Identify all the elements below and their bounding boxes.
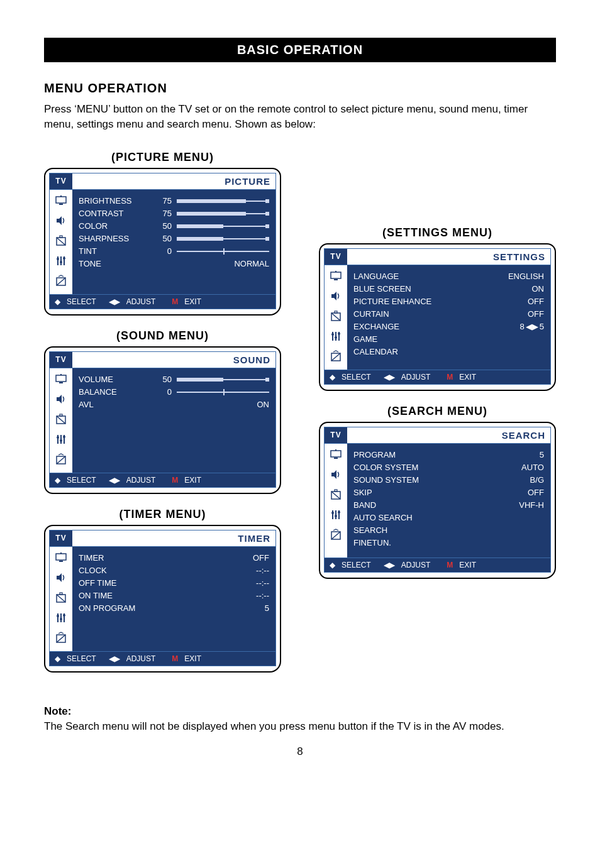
caption-sound: (SOUND MENU) <box>44 329 281 343</box>
picture-icon[interactable] <box>329 269 343 283</box>
row-timer[interactable]: TIMEROFF <box>79 552 269 564</box>
footer-select: SELECT <box>67 476 96 485</box>
row-brightness[interactable]: BRIGHTNESS 75 <box>79 195 269 207</box>
value: 50 <box>154 234 172 243</box>
row-sharpness[interactable]: SHARPNESS 50 <box>79 233 269 245</box>
footer-exit: EXIT <box>184 654 201 663</box>
footer-select: SELECT <box>67 297 96 306</box>
row-avl[interactable]: AVL ON <box>79 398 269 411</box>
slider[interactable] <box>177 211 269 217</box>
label: SKIP <box>353 488 429 497</box>
svg-rect-28 <box>59 561 63 562</box>
osd-tv-badge: TV <box>325 249 347 265</box>
svg-rect-2 <box>59 204 63 205</box>
osd-tv-badge: TV <box>325 427 347 443</box>
value: AUTO <box>429 463 544 472</box>
note-title: Note: <box>44 705 556 718</box>
row-picture-enhance[interactable]: PICTURE ENHANCEOFF <box>353 295 544 308</box>
row-exchange[interactable]: EXCHANGE 8 ◀▶ 5 <box>353 321 544 333</box>
svg-point-22 <box>57 436 59 439</box>
sound-icon[interactable] <box>54 571 68 585</box>
settings-icon[interactable] <box>54 432 68 446</box>
slider[interactable] <box>177 236 269 242</box>
slider[interactable] <box>177 248 269 255</box>
row-clock[interactable]: CLOCK--:-- <box>79 564 269 577</box>
timer-icon[interactable] <box>329 488 343 502</box>
footer-adjust: ADJUST <box>126 476 156 485</box>
label: PROGRAM <box>353 450 429 459</box>
row-color[interactable]: COLOR 50 <box>79 220 269 233</box>
timer-icon[interactable] <box>329 309 343 323</box>
caption-timer: (TIMER MENU) <box>44 508 281 521</box>
picture-icon[interactable] <box>54 194 68 207</box>
timer-icon[interactable] <box>54 591 68 605</box>
row-on-time[interactable]: ON TIME--:-- <box>79 590 269 602</box>
sound-icon[interactable] <box>54 392 68 406</box>
search-icon[interactable] <box>54 274 68 288</box>
slider[interactable] <box>177 389 269 395</box>
row-tint[interactable]: TINT 0 <box>79 245 269 258</box>
svg-point-37 <box>63 614 65 617</box>
row-auto-search[interactable]: AUTO SEARCH <box>353 512 544 524</box>
value: --:-- <box>154 578 269 588</box>
osd-sidebar <box>50 368 72 473</box>
settings-icon[interactable] <box>54 254 68 268</box>
updown-icon: ◆ <box>330 561 335 569</box>
row-game[interactable]: GAME <box>353 333 544 346</box>
picture-icon[interactable] <box>329 448 343 461</box>
row-on-program[interactable]: ON PROGRAM5 <box>79 602 269 615</box>
label: TONE <box>79 259 154 268</box>
row-program[interactable]: PROGRAM5 <box>353 449 544 461</box>
row-skip[interactable]: SKIPOFF <box>353 486 544 499</box>
svg-point-49 <box>335 336 337 339</box>
value: 75 <box>154 196 172 206</box>
search-icon[interactable] <box>54 631 68 645</box>
page-titlebar: BASIC OPERATION <box>44 38 556 62</box>
row-band[interactable]: BANDVHF-H <box>353 499 544 512</box>
value: OFF <box>429 309 544 319</box>
search-icon[interactable] <box>54 453 68 466</box>
osd-footer: ◆ SELECT ◀▶ ADJUST M EXIT <box>49 652 276 666</box>
row-off-time[interactable]: OFF TIME--:-- <box>79 577 269 590</box>
slider[interactable] <box>177 223 269 229</box>
osd-title: PICTURE <box>72 173 275 189</box>
osd-timer: TV TIMER TIMEROFF CLOCK- <box>44 525 281 673</box>
sound-icon[interactable] <box>329 289 343 303</box>
footer-exit: EXIT <box>184 476 201 485</box>
row-volume[interactable]: VOLUME 50 <box>79 373 269 386</box>
caption-search: (SEARCH MENU) <box>319 405 556 418</box>
row-balance[interactable]: BALANCE 0 <box>79 386 269 398</box>
timer-icon[interactable] <box>54 412 68 426</box>
row-curtain[interactable]: CURTAINOFF <box>353 308 544 321</box>
row-finetun[interactable]: FINETUN. <box>353 537 544 549</box>
settings-icon[interactable] <box>329 329 343 343</box>
row-calendar[interactable]: CALENDAR <box>353 346 544 358</box>
row-color-system[interactable]: COLOR SYSTEMAUTO <box>353 461 544 474</box>
row-contrast[interactable]: CONTRAST 75 <box>79 207 269 220</box>
label: LANGUAGE <box>353 272 429 281</box>
row-sound-system[interactable]: SOUND SYSTEMB/G <box>353 474 544 486</box>
updown-icon: ◆ <box>55 476 60 485</box>
svg-marker-42 <box>331 292 336 300</box>
row-search[interactable]: SEARCH <box>353 524 544 537</box>
value: 0 <box>154 387 172 397</box>
sound-icon[interactable] <box>54 214 68 228</box>
footer-adjust: ADJUST <box>401 561 431 569</box>
row-language[interactable]: LANGUAGEENGLISH <box>353 270 544 283</box>
picture-icon[interactable] <box>54 372 68 386</box>
value: VHF-H <box>429 500 544 510</box>
footer-adjust: ADJUST <box>126 654 156 663</box>
value: 0 <box>154 246 172 256</box>
sound-icon[interactable] <box>329 468 343 481</box>
slider[interactable] <box>177 198 269 204</box>
settings-icon[interactable] <box>329 508 343 522</box>
row-blue-screen[interactable]: BLUE SCREENON <box>353 283 544 295</box>
settings-icon[interactable] <box>54 611 68 625</box>
picture-icon[interactable] <box>54 551 68 564</box>
search-icon[interactable] <box>329 528 343 542</box>
slider[interactable] <box>177 376 269 383</box>
timer-icon[interactable] <box>54 234 68 248</box>
row-tone[interactable]: TONE NORMAL <box>79 258 269 270</box>
value: OFF <box>154 553 269 563</box>
search-icon[interactable] <box>329 349 343 363</box>
